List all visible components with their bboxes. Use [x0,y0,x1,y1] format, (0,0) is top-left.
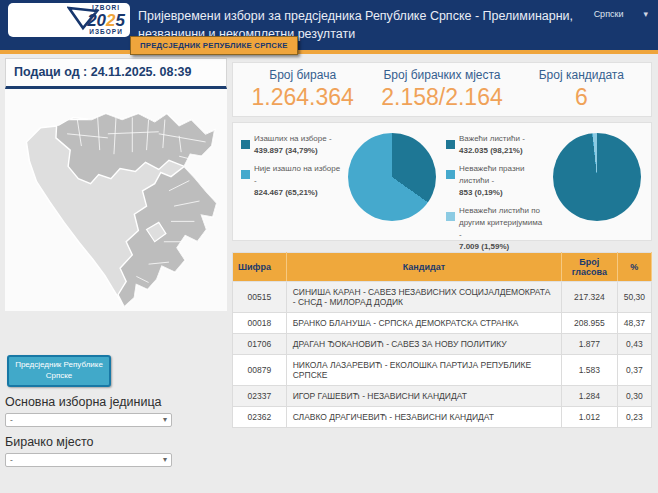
candidate-name: ИГОР ГАШЕВИЋ - НЕЗАВИСНИ КАНДИДАТ [286,386,561,407]
candidate-code: 00018 [233,313,287,334]
stat-polling-stations: Број бирачких мјеста 2.158/2.164 [372,68,511,111]
table-row: 00879НИКОЛА ЛАЗАРЕВИЋ - ЕКОЛОШКА ПАРТИЈА… [233,355,652,386]
sidebar: Подаци од : 24.11.2025. 08:39 [5,58,227,467]
constituency-select-value: - [10,415,13,425]
chevron-down-icon: ▾ [163,455,167,464]
candidate-code: 00515 [233,282,287,313]
table-row: 00515СИНИША КАРАН - САВЕЗ НЕЗАВИСНИХ СОЦ… [233,282,652,313]
legend-label: Није изашло на изборе -824.467 (65,21%) [254,163,341,199]
data-timestamp: Подаци од : 24.11.2025. 08:39 [5,58,227,89]
legend-item: Изашлих на изборе -439.897 (34,79%) [241,133,341,157]
candidate-percent: 0,37 [617,355,651,386]
candidate-percent: 0,23 [617,407,651,428]
results-table: Шифра Кандидат Број гласова % 00515СИНИШ… [232,252,652,428]
race-selector-button[interactable]: Предсједник Републике Српске [7,355,111,387]
app-logo: IZBORI 2025 ИЗБОРИ [8,3,130,37]
legend-item: Важећи листићи -432.035 (98,21%) [446,133,546,157]
candidate-votes: 217.324 [561,282,617,313]
candidate-percent: 0,43 [617,334,651,355]
constituency-label: Основна изборна јединица [5,395,227,409]
charts-panel: Изашлих на изборе -439.897 (34,79%)Није … [232,122,652,241]
constituency-select[interactable]: - ▾ [5,413,172,427]
summary-stats-panel: Број бирача 1.264.364 Број бирачких мјес… [232,62,652,117]
results-table-body: 00515СИНИША КАРАН - САВЕЗ НЕЗАВИСНИХ СОЦ… [233,282,652,428]
candidate-code: 01706 [233,334,287,355]
candidate-votes: 1.877 [561,334,617,355]
table-row: 02337ИГОР ГАШЕВИЋ - НЕЗАВИСНИ КАНДИДАТ1.… [233,386,652,407]
table-row: 00018БРАНКО БЛАНУША - СРПСКА ДЕМОКРАТСКА… [233,313,652,334]
legend-swatch-icon [446,212,455,221]
header-bar: IZBORI 2025 ИЗБОРИ Пријевремени избори з… [0,0,658,50]
language-value: Српски [594,9,624,19]
logo-bottom-text: ИЗБОРИ [89,29,122,36]
candidate-name: ДРАГАН ЂОКАНОВИЋ - САВЕЗ ЗА НОВУ ПОЛИТИК… [286,334,561,355]
stat-candidates: Број кандидата 6 [512,68,651,111]
turnout-chart-legend: Изашлих на изборе -439.897 (34,79%)Није … [237,130,341,236]
legend-item: Неважећи празни листићи -853 (0,19%) [446,163,546,199]
results-table-header-row: Шифра Кандидат Број гласова % [233,253,652,282]
stat-voters: Број бирача 1.264.364 [233,68,372,111]
accent-divider [0,50,658,54]
chevron-down-icon: ▾ [163,415,167,424]
legend-label: Важећи листићи -432.035 (98,21%) [459,133,525,157]
stat-candidates-value: 6 [512,84,651,111]
candidate-code: 02337 [233,386,287,407]
legend-swatch-icon [241,170,250,179]
ballots-chart-legend: Важећи листићи -432.035 (98,21%)Неважећи… [442,130,546,236]
legend-item: Неважећи листићи по другим критеријумима… [446,205,546,253]
ballots-chart-block: Важећи листићи -432.035 (98,21%)Неважећи… [442,130,647,236]
candidate-votes: 1.583 [561,355,617,386]
stat-voters-value: 1.264.364 [233,84,372,111]
tab-president-rs[interactable]: ПРЕДСЈЕДНИК РЕПУБЛИКЕ СРПСКЕ [130,36,298,55]
candidate-name: НИКОЛА ЛАЗАРЕВИЋ - ЕКОЛОШКА ПАРТИЈА РЕПУ… [286,355,561,386]
table-row: 01706ДРАГАН ЂОКАНОВИЋ - САВЕЗ ЗА НОВУ ПО… [233,334,652,355]
logo-year: 2025 [87,12,125,29]
ballots-pie-chart [553,133,641,221]
candidate-name: СЛАВКО ДРАГИЧЕВИЋ - НЕЗАВИСНИ КАНДИДАТ [286,407,561,428]
table-row: 02362СЛАВКО ДРАГИЧЕВИЋ - НЕЗАВИСНИ КАНДИ… [233,407,652,428]
turnout-pie-chart [348,133,436,221]
bosnia-map[interactable] [5,89,227,311]
candidate-percent: 0,30 [617,386,651,407]
polling-station-select[interactable]: - ▾ [5,453,172,467]
column-header-candidate: Кандидат [286,253,561,282]
candidate-percent: 48,37 [617,313,651,334]
stat-voters-label: Број бирача [233,68,372,82]
polling-station-label: Бирачко мјесто [5,435,227,449]
candidate-name: БРАНКО БЛАНУША - СРПСКА ДЕМОКРАТСКА СТРА… [286,313,561,334]
map-container[interactable]: + - [5,89,227,311]
language-selector[interactable]: Српски ▾ [594,9,648,19]
column-header-percent: % [617,253,651,282]
stat-polling-stations-label: Број бирачких мјеста [372,68,511,82]
candidate-votes: 1.284 [561,386,617,407]
candidate-percent: 50,30 [617,282,651,313]
legend-swatch-icon [241,140,250,149]
main-content: Број бирача 1.264.364 Број бирачких мјес… [232,62,652,428]
legend-swatch-icon [446,140,455,149]
stat-polling-stations-value: 2.158/2.164 [372,84,511,111]
legend-label: Неважећи празни листићи -853 (0,19%) [459,163,546,199]
stat-candidates-label: Број кандидата [512,68,651,82]
column-header-code: Шифра [233,253,287,282]
polling-station-select-value: - [10,455,13,465]
candidate-code: 02362 [233,407,287,428]
legend-swatch-icon [446,170,455,179]
legend-item: Није изашло на изборе -824.467 (65,21%) [241,163,341,199]
candidate-code: 00879 [233,355,287,386]
candidate-name: СИНИША КАРАН - САВЕЗ НЕЗАВИСНИХ СОЦИЈАЛД… [286,282,561,313]
chevron-down-icon: ▾ [643,9,648,19]
column-header-votes: Број гласова [561,253,617,282]
candidate-votes: 1.012 [561,407,617,428]
candidate-votes: 208.955 [561,313,617,334]
legend-label: Изашлих на изборе -439.897 (34,79%) [254,133,332,157]
turnout-chart-block: Изашлих на изборе -439.897 (34,79%)Није … [237,130,442,236]
legend-label: Неважећи листићи по другим критеријумима… [459,205,546,253]
